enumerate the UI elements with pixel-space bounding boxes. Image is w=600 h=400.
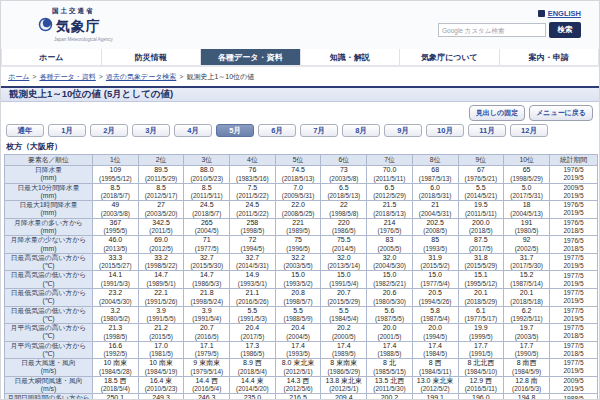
table-row: 日最大10分間降水量(mm)8.5(2018/5/7)8.5(2012/5/17… (5, 183, 598, 201)
month-tab-1月[interactable]: 1月 (48, 124, 86, 137)
value-cell: 5.5(1991/5/3) (230, 306, 276, 324)
col-header-0: 要素名／順位 (5, 155, 93, 166)
table-row: 日最低気温の低い方から(℃)3.2(1980/5/2)3.9(1991/5/5)… (5, 306, 598, 324)
table-row: 日降水量(mm)109(1995/5/12)89.5(2011/5/29)88.… (5, 166, 598, 184)
value-cell: 214(1976/5) (367, 218, 413, 236)
value-cell: 8.0 東北東(2012/5/1) (275, 359, 321, 377)
value-cell: 17.1(1979/5) (184, 341, 230, 359)
table-row: 日最高気温の低い方から(℃)14.1(1991/5/3)14.7(1989/5/… (5, 271, 598, 289)
period-cell: 1977/52018/5 (550, 341, 598, 359)
month-tab-2月[interactable]: 2月 (90, 124, 128, 137)
period-cell: 1977/52019/5 (550, 253, 598, 271)
table-row: 日最低気温の高い方から(℃)23.2(2004/5/30)22.1(1991/5… (5, 288, 598, 306)
value-cell: 17.7(1990/5) (504, 341, 550, 359)
month-tab-6月[interactable]: 6月 (258, 124, 296, 137)
nav-item-2[interactable]: 各種データ・資料 (200, 49, 300, 65)
table-row: 日最高気温の高い方から(℃)33.3(2015/5/27)33.2(1998/5… (5, 253, 598, 271)
element-name: 月降水量の多い方から(mm) (5, 218, 93, 236)
col-header-4: 4位 (230, 155, 276, 166)
month-tab-通年[interactable]: 通年 (6, 124, 44, 137)
nav-item-1[interactable]: 防災情報 (101, 49, 201, 65)
value-cell: 14.7(1986/5/3) (184, 271, 230, 289)
period-cell: 2009/52019/5 (550, 183, 598, 201)
nav-item-4[interactable]: 気象庁について (399, 49, 499, 65)
value-cell: 200.2(1999/5) (367, 394, 413, 400)
month-tab-8月[interactable]: 8月 (342, 124, 380, 137)
value-cell: 235.0(2017/5) (230, 394, 276, 400)
value-cell: 21.8(1998/5/24) (184, 288, 230, 306)
value-cell: 17.7(1991/5) (458, 341, 504, 359)
month-tab-9月[interactable]: 9月 (384, 124, 422, 137)
month-tab-12月[interactable]: 12月 (510, 124, 548, 137)
col-header-6: 6位 (321, 155, 367, 166)
value-cell: 13.0 東北東(2012/5/2) (412, 376, 458, 394)
value-cell: 65(1998/5/29) (504, 166, 550, 184)
search-input[interactable] (438, 23, 546, 37)
value-cell: 23.2(2004/5/30) (93, 288, 139, 306)
breadcrumb-item-0[interactable]: ホーム (8, 73, 29, 80)
breadcrumb-item-2[interactable]: 過去の気象データ検索 (106, 73, 177, 80)
nav-item-0[interactable]: ホーム (1, 49, 101, 65)
value-cell: 27(2003/5/20) (138, 201, 184, 219)
value-cell: 6.5(2018/5/13) (321, 183, 367, 201)
value-cell: 5.5(1984/5/4) (321, 306, 367, 324)
period-cell: 1977/52019/5 (550, 288, 598, 306)
nav-item-3[interactable]: 知識・解説 (300, 49, 400, 65)
value-cell: 12.9 西(2016/5/11) (458, 376, 504, 394)
value-cell: 31.7(2017/5/30) (504, 253, 550, 271)
table-body: 日降水量(mm)109(1995/5/12)89.5(2011/5/29)88.… (5, 166, 598, 400)
value-cell: 18(2004/5/13) (504, 201, 550, 219)
value-cell: 68(1987/5/13) (412, 166, 458, 184)
col-header-7: 7位 (367, 155, 413, 166)
value-cell: 5.6(1987/5/5) (367, 306, 413, 324)
value-cell: 20.4(2017/5) (230, 324, 276, 342)
value-cell: 32.7(2015/5/30) (184, 253, 230, 271)
period-cell: 1976/52019/5 (550, 201, 598, 219)
ministry-name: 国土交通省 (52, 7, 113, 16)
value-cell: 49(2003/5/8) (93, 201, 139, 219)
element-name: 日最高気温の高い方から(℃) (5, 253, 93, 271)
month-tab-3月[interactable]: 3月 (132, 124, 170, 137)
breadcrumb-separator: > (179, 73, 183, 80)
agency-name: 気象庁 (56, 18, 101, 36)
value-cell: 14.3 西(2012/5/6) (275, 376, 321, 394)
month-tab-10月[interactable]: 10月 (426, 124, 464, 137)
breadcrumb-item-1[interactable]: 各種データ・資料 (39, 73, 95, 80)
value-cell: 199.1(2010/5) (412, 394, 458, 400)
table-row: 日最大風速・風向(m/s)10 南東(1984/5/28)10 南東(1984/… (5, 359, 598, 377)
value-cell: 246.3(2015/5) (184, 394, 230, 400)
value-cell: 14.7(1989/5/1) (138, 271, 184, 289)
value-cell: 8.5(2012/5/17) (138, 183, 184, 201)
month-tab-7月[interactable]: 7月 (300, 124, 338, 137)
table-row: 月平均気温の低い方から(℃)16.6(1992/5)17.0(1981/5)17… (5, 341, 598, 359)
english-link[interactable]: ENGLISH (548, 9, 581, 18)
value-cell: 32.0(2004/5/30) (367, 253, 413, 271)
month-tab-5月[interactable]: 5月 (216, 124, 254, 137)
value-cell: 20.0(1994/5) (412, 324, 458, 342)
search-button[interactable]: 検索 (549, 22, 581, 38)
element-name: 月間日照時間の多い方から(時間) (5, 394, 93, 400)
period-cell: 1976/52019/5 (550, 166, 598, 184)
value-cell: 10 南東(1984/5/28) (93, 359, 139, 377)
value-cell: 7.0(2009/5/31) (275, 183, 321, 201)
nav-item-5[interactable]: 案内・申請 (499, 49, 600, 65)
back-to-menu-button[interactable]: メニューに戻る (529, 105, 593, 121)
station-name: 枚方（大阪府） (1, 139, 599, 154)
value-cell: 200.0(2018/5) (458, 218, 504, 236)
value-cell: 31.8(2015/5/29) (458, 253, 504, 271)
value-cell: 19.7(2003/5) (504, 324, 550, 342)
value-cell: 17.0(1981/5) (138, 341, 184, 359)
month-tab-11月[interactable]: 11月 (468, 124, 506, 137)
value-cell: 17.3(1986/5) (230, 341, 276, 359)
element-name: 日降水量(mm) (5, 166, 93, 184)
period-cell: 1977/52018/5 (550, 324, 598, 342)
fix-header-button[interactable]: 見出しの固定 (469, 105, 525, 121)
value-cell: 32.7(2014/5/31) (230, 253, 276, 271)
period-cell: 1977/52019/5 (550, 306, 598, 324)
value-cell: 14.9(1993/5/1) (230, 271, 276, 289)
site-header: 国土交通省 気象庁 Japan Meteorological Agency EN… (1, 1, 599, 49)
agency-logo[interactable]: 国土交通省 気象庁 Japan Meteorological Agency (38, 7, 113, 42)
breadcrumb-separator: > (99, 73, 103, 80)
month-tab-4月[interactable]: 4月 (174, 124, 212, 137)
period-cell: 1977/52019/5 (550, 359, 598, 377)
